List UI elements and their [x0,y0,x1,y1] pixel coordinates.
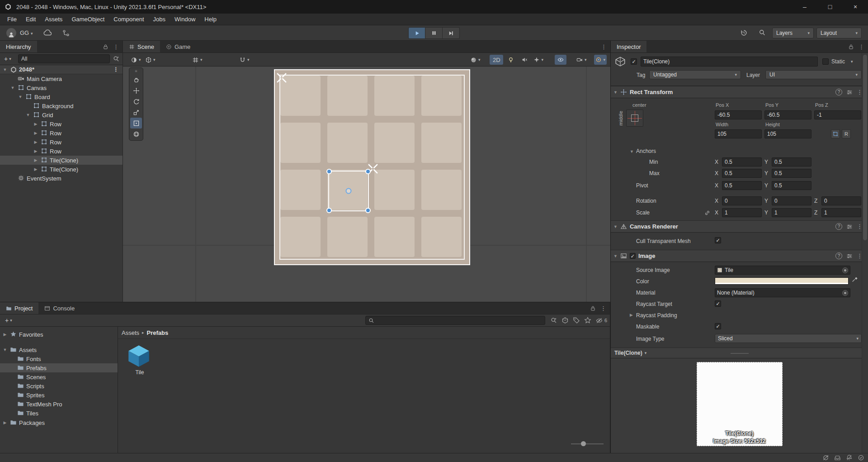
foldout-open-icon[interactable]: ▼ [2,348,8,352]
material-field[interactable]: None (Material) [715,288,850,297]
image-header[interactable]: ▼ ✓ Image ? ⋮ [611,250,868,262]
gizmos-dropdown[interactable]: ▾ [594,55,607,65]
hierarchy-filter-icon[interactable] [113,55,120,62]
anchor-presets-button[interactable] [626,110,643,127]
maximize-button[interactable]: □ [817,0,843,14]
panel-menu-icon[interactable]: ⋮ [859,43,864,50]
pos-x-field[interactable]: -60.5 [715,110,762,119]
foldout-closed-icon[interactable]: ▶ [33,158,39,162]
favorites-filter-icon[interactable] [584,317,591,324]
pause-button[interactable] [425,27,443,39]
hierarchy-item-main-camera[interactable]: Main Camera [0,74,123,83]
project-tree-textmesh-pro[interactable]: TextMesh Pro [0,400,118,409]
raw-edit-mode-button[interactable]: R [842,129,851,138]
source-image-field[interactable]: Tile [715,266,850,275]
hierarchy-item-background[interactable]: Background [0,101,123,110]
minimize-button[interactable]: – [792,0,817,14]
grid-visibility-dropdown[interactable]: ▾ [191,55,204,65]
pivot-dropdown[interactable]: ▾ [144,55,157,65]
image-type-dropdown[interactable]: Sliced▾ [715,334,862,343]
zoom-slider-track[interactable] [571,443,604,444]
tab-game[interactable]: Game [160,41,196,52]
lighting-toggle[interactable] [505,55,517,65]
project-tree-packages[interactable]: ▶ Packages [0,418,118,427]
hidden-packages-toggle[interactable]: 6 [595,317,607,324]
package-status-icon[interactable] [834,454,841,461]
preview-pane-header[interactable]: Tile(Clone) ▾ [611,348,868,358]
anchor-min-y-field[interactable]: 0.5 [772,157,811,167]
preview-drag-handle[interactable] [731,353,749,354]
view-tool-button[interactable] [130,74,142,85]
menu-help[interactable]: Help [200,14,221,25]
tab-console[interactable]: Console [38,302,80,314]
transform-tool-button[interactable] [130,129,142,139]
scene-menu-icon[interactable]: ⋮ [113,66,119,73]
pivot-x-field[interactable]: 0.5 [722,181,762,190]
audio-toggle[interactable] [519,55,530,65]
pos-y-field[interactable]: -60.5 [764,110,811,119]
presets-icon[interactable] [846,224,853,230]
help-icon[interactable]: ? [835,223,842,230]
foldout-closed-icon[interactable]: ▶ [33,131,39,135]
hierarchy-search-value[interactable] [21,56,107,62]
hierarchy-item-board[interactable]: ▼ Board [0,92,123,101]
scale-x-field[interactable]: 1 [722,208,762,217]
object-picker-icon[interactable] [842,290,848,296]
asset-tile-prefab[interactable]: Tile [126,343,153,376]
tag-dropdown[interactable]: Untagged▾ [649,70,741,79]
snap-settings-dropdown[interactable]: ▾ [238,55,251,65]
account-caret-icon[interactable]: ▾ [31,31,33,36]
auto-refresh-status-icon[interactable] [822,454,829,461]
version-control-icon[interactable] [62,29,71,37]
lock-icon[interactable] [848,44,854,50]
package-visibility-icon[interactable] [561,317,569,324]
project-tree-prefabs[interactable]: Prefabs [0,363,118,372]
help-icon[interactable]: ? [835,89,842,95]
raycast-padding-foldout-icon[interactable]: ▶ [630,313,633,317]
anchor-gizmo-icon[interactable] [275,71,288,84]
2d-toggle[interactable]: 2D [490,55,503,65]
rect-handle-bottom-left[interactable] [326,208,332,213]
go-active-checkbox[interactable]: ✓ [631,58,637,65]
palette-drag-handle[interactable]: ≡ [130,69,142,74]
layout-dropdown[interactable]: Layout▾ [816,28,862,38]
account-avatar[interactable] [6,28,16,38]
project-tree-scenes[interactable]: Scenes [0,372,118,381]
scale-tool-button[interactable] [130,107,142,118]
foldout-open-icon[interactable]: ▼ [613,224,618,229]
presets-icon[interactable] [846,89,853,95]
layer-dropdown[interactable]: UI▾ [765,70,862,79]
presets-icon[interactable] [846,253,853,259]
rotation-y-field[interactable]: 0 [772,196,811,205]
menu-edit[interactable]: Edit [21,14,40,25]
undo-history-icon[interactable] [740,29,749,36]
hierarchy-item-eventsystem[interactable]: EventSystem [0,174,123,183]
raycast-target-checkbox[interactable]: ✓ [715,300,721,307]
foldout-closed-icon[interactable]: ▶ [33,140,39,144]
foldout-closed-icon[interactable]: ▶ [33,167,39,171]
maskable-checkbox[interactable]: ✓ [715,323,721,329]
layers-dropdown[interactable]: Layers▾ [772,28,814,38]
height-field[interactable]: 105 [764,129,811,138]
label-filter-icon[interactable] [573,317,580,324]
zoom-slider[interactable] [571,441,604,447]
scale-y-field[interactable]: 1 [772,208,811,217]
rotation-x-field[interactable]: 0 [722,196,762,205]
scene-visibility-toggle[interactable] [555,55,566,65]
foldout-open-icon[interactable]: ▼ [613,254,618,258]
project-tree-favorites[interactable]: ▶ Favorites [0,330,118,339]
anchors-foldout-icon[interactable]: ▼ [630,149,634,154]
menu-window[interactable]: Window [170,14,200,25]
hierarchy-item-grid[interactable]: ▼ Grid [0,110,123,119]
project-search-value[interactable] [377,317,542,324]
pos-z-field[interactable]: -1 [814,110,861,119]
foldout-open-icon[interactable]: ▼ [9,86,16,90]
static-checkbox[interactable] [822,58,829,65]
project-tree-fonts[interactable]: Fonts [0,354,118,363]
tab-scene[interactable]: Scene [123,41,160,52]
scene-viewport[interactable]: ≡ [123,67,610,302]
foldout-closed-icon[interactable]: ▶ [33,149,39,153]
anchor-min-x-field[interactable]: 0.5 [722,157,762,167]
lock-icon[interactable] [590,305,596,311]
pivot-y-field[interactable]: 0.5 [772,181,811,190]
